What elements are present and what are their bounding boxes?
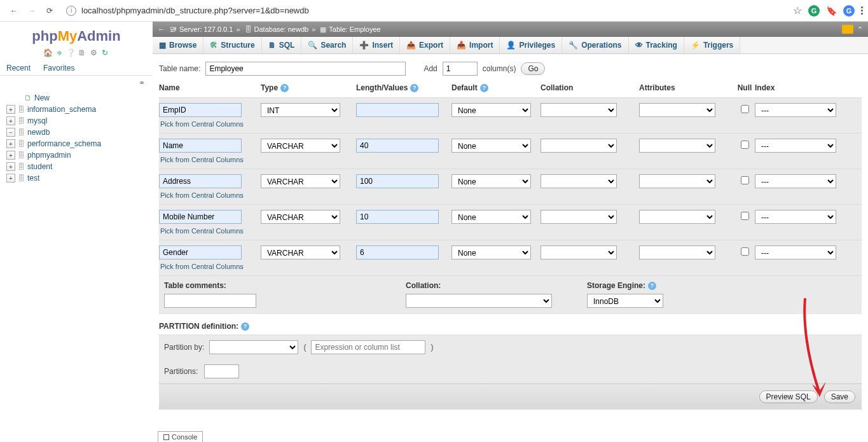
pick-central-columns-link[interactable]: Pick from Central Columns — [159, 261, 862, 270]
help-icon[interactable]: ? — [410, 84, 418, 92]
column-name-input[interactable] — [159, 174, 242, 188]
home-icon[interactable]: 🏠 — [43, 48, 52, 57]
column-collation-select[interactable] — [541, 210, 617, 224]
add-columns-input[interactable] — [443, 62, 478, 76]
column-null-checkbox[interactable] — [741, 247, 749, 256]
pick-central-columns-link[interactable]: Pick from Central Columns — [159, 190, 862, 199]
help-icon[interactable]: ? — [480, 84, 488, 92]
settings-icon[interactable]: ⚙ — [89, 48, 98, 57]
info-icon[interactable]: i — [66, 6, 76, 16]
tab-structure[interactable]: 🛠Structure — [203, 37, 261, 53]
tree-new[interactable]: 🗋 New — [6, 92, 153, 104]
tab-tracking[interactable]: 👁Tracking — [629, 37, 684, 53]
console-tab[interactable]: Console — [158, 431, 203, 442]
column-null-checkbox[interactable] — [741, 105, 749, 113]
browser-menu-button[interactable] — [861, 6, 863, 15]
column-type-select[interactable]: VARCHAR — [261, 210, 340, 224]
column-name-input[interactable] — [159, 210, 242, 224]
column-attributes-select[interactable] — [639, 245, 715, 259]
tree-db-performance_schema[interactable]: +🗄performance_schema — [6, 138, 153, 149]
logout-icon[interactable]: ⎆ — [55, 48, 64, 57]
partition-expr-input[interactable] — [311, 340, 425, 354]
column-length-input[interactable] — [356, 245, 439, 259]
tab-triggers[interactable]: ⚡Triggers — [684, 37, 740, 53]
tree-db-information_schema[interactable]: +🗄information_schema — [6, 104, 153, 115]
sql-icon[interactable]: 🗎 — [78, 48, 86, 57]
tree-db-newdb[interactable]: −🗄newdb — [6, 127, 153, 138]
docs-icon[interactable]: ❔ — [66, 48, 75, 57]
column-length-input[interactable] — [356, 174, 439, 188]
tab-privileges[interactable]: 👤Privileges — [500, 37, 562, 53]
extension-bookmark-icon[interactable]: 🔖 — [826, 6, 837, 16]
partitions-input[interactable] — [204, 364, 239, 378]
expand-icon[interactable]: + — [6, 162, 15, 171]
reload-button[interactable]: ⟳ — [42, 3, 57, 18]
column-default-select[interactable]: None — [451, 245, 531, 259]
breadcrumb-table[interactable]: Table: Employee — [329, 25, 380, 33]
column-collation-select[interactable] — [541, 174, 617, 188]
tab-search[interactable]: 🔍Search — [301, 37, 353, 53]
column-type-select[interactable]: VARCHAR — [261, 245, 340, 259]
pick-central-columns-link[interactable]: Pick from Central Columns — [159, 225, 862, 235]
profile-avatar-icon[interactable]: G — [843, 5, 855, 17]
column-type-select[interactable]: VARCHAR — [261, 174, 340, 188]
partition-by-select[interactable] — [209, 340, 298, 354]
collation-select[interactable] — [406, 294, 552, 308]
column-attributes-select[interactable] — [639, 139, 715, 153]
column-index-select[interactable]: --- — [755, 103, 836, 117]
column-name-input[interactable] — [159, 103, 242, 117]
tree-db-phpmyadmin[interactable]: +🗄phpmyadmin — [6, 149, 153, 161]
comments-input[interactable] — [164, 294, 256, 308]
expand-icon[interactable]: + — [6, 116, 15, 125]
tab-insert[interactable]: ➕Insert — [353, 37, 400, 53]
page-settings-icon[interactable] — [842, 25, 853, 34]
column-length-input[interactable] — [356, 210, 439, 224]
tab-browse[interactable]: ▦Browse — [153, 37, 203, 53]
breadcrumb-database[interactable]: Database: newdb — [254, 25, 309, 33]
column-null-checkbox[interactable] — [741, 176, 749, 184]
forward-button[interactable]: → — [24, 3, 39, 18]
column-index-select[interactable]: --- — [755, 139, 836, 153]
phpmyadmin-logo[interactable]: phpMyAdmin — [0, 22, 153, 47]
tab-favorites[interactable]: Favorites — [37, 61, 81, 75]
go-button[interactable]: Go — [521, 62, 545, 75]
link-icon[interactable]: ⚭ — [0, 76, 153, 90]
column-index-select[interactable]: --- — [755, 174, 836, 188]
column-null-checkbox[interactable] — [741, 141, 749, 149]
tab-recent[interactable]: Recent — [0, 61, 37, 75]
reload-icon[interactable]: ↻ — [100, 48, 109, 57]
tab-sql[interactable]: 🗎SQL — [262, 37, 302, 53]
tab-export[interactable]: 📤Export — [400, 37, 450, 53]
expand-icon[interactable]: + — [6, 105, 15, 114]
column-name-input[interactable] — [159, 245, 242, 259]
column-default-select[interactable]: None — [451, 103, 531, 117]
expand-icon[interactable]: + — [6, 139, 15, 148]
column-collation-select[interactable] — [541, 245, 617, 259]
column-default-select[interactable]: None — [451, 139, 531, 153]
expand-icon[interactable]: − — [6, 128, 15, 137]
extension-grammarly-icon[interactable]: G — [808, 5, 820, 17]
column-default-select[interactable]: None — [451, 210, 531, 224]
pick-central-columns-link[interactable]: Pick from Central Columns — [159, 118, 862, 128]
collapse-caret-icon[interactable]: ⌃ — [857, 25, 863, 34]
column-attributes-select[interactable] — [639, 174, 715, 188]
column-length-input[interactable] — [356, 139, 439, 153]
column-index-select[interactable]: --- — [755, 245, 836, 259]
tree-db-student[interactable]: +🗄student — [6, 161, 153, 172]
tab-import[interactable]: 📥Import — [450, 37, 500, 53]
bookmark-star-icon[interactable]: ☆ — [793, 4, 802, 17]
column-collation-select[interactable] — [541, 139, 617, 153]
column-attributes-select[interactable] — [639, 103, 715, 117]
tree-db-mysql[interactable]: +🗄mysql — [6, 115, 153, 127]
column-default-select[interactable]: None — [451, 174, 531, 188]
column-name-input[interactable] — [159, 139, 242, 153]
table-name-input[interactable] — [205, 62, 406, 76]
column-type-select[interactable]: INT — [261, 103, 340, 117]
tree-db-test[interactable]: +🗄test — [6, 172, 153, 184]
column-collation-select[interactable] — [541, 103, 617, 117]
column-attributes-select[interactable] — [639, 210, 715, 224]
breadcrumb-server[interactable]: Server: 127.0.0.1 — [179, 25, 233, 33]
tab-operations[interactable]: 🔧Operations — [562, 37, 628, 53]
column-index-select[interactable]: --- — [755, 210, 836, 224]
save-button[interactable]: Save — [824, 390, 855, 403]
